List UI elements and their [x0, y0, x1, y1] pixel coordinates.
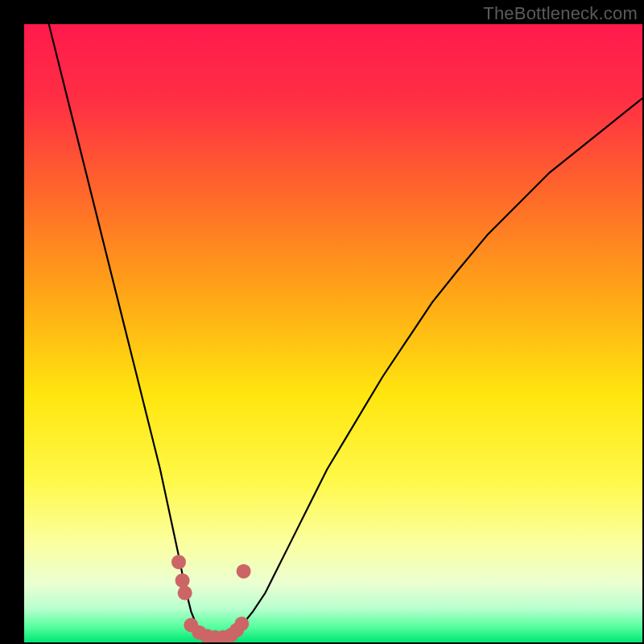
watermark-text: TheBottleneck.com — [483, 3, 638, 24]
data-point — [178, 586, 192, 601]
frame-left — [0, 0, 24, 644]
plot-gradient-background — [24, 24, 642, 642]
data-point — [237, 564, 251, 579]
bottleneck-chart — [0, 0, 644, 644]
data-point — [234, 617, 249, 631]
data-point — [175, 573, 190, 588]
data-point — [171, 555, 186, 569]
